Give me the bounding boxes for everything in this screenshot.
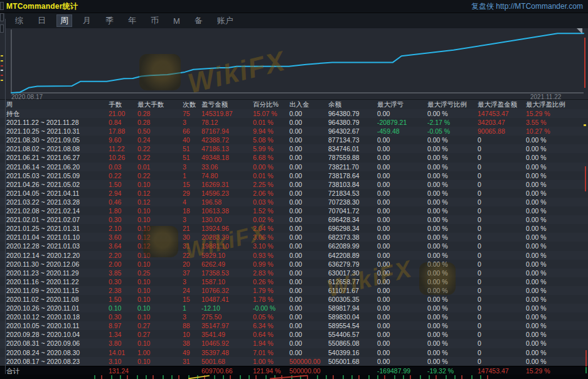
table-row[interactable]: 2020.11.02 ~ 2020.11.081.500.101510487.4… [0, 295, 588, 304]
column-header: 余额 [328, 100, 377, 109]
table-cell: 1.00 % [253, 357, 289, 366]
table-cell: 0.00 % [427, 357, 478, 366]
table-cell: 0.02 % [253, 215, 289, 224]
menu-item-年[interactable]: 年 [124, 14, 140, 27]
table-cell: 6.34 % [253, 321, 289, 330]
table-row[interactable]: 2021.03.22 ~ 2021.03.280.460.124196.580.… [0, 198, 588, 206]
table-cell: 787559.88 [328, 153, 377, 162]
table-cell: 642208.89 [328, 251, 377, 260]
table-cell: 15 [183, 180, 201, 189]
table-row[interactable]: 2021.06.14 ~ 2021.06.200.030.01333.060.0… [0, 163, 588, 171]
table-cell: 21.00 [109, 109, 137, 118]
table-row[interactable]: 2021.10.25 ~ 2021.10.3117.880.506687167.… [0, 127, 588, 136]
table-row[interactable]: 2021.06.21 ~ 2021.06.2710.260.225149348.… [0, 153, 588, 162]
table-row[interactable]: 2020.11.16 ~ 2020.11.220.300.1031587.100… [0, 277, 588, 286]
table-row[interactable]: 2020.09.28 ~ 2020.10.041.340.27103541.49… [0, 330, 588, 339]
table-row[interactable]: 2020.12.28 ~ 2021.01.033.640.123119881.1… [0, 242, 588, 250]
menu-item-账户[interactable]: 账户 [213, 14, 237, 27]
edge-artifact [0, 24, 4, 33]
table-cell: 2.06 % [253, 189, 289, 198]
menu-item-币[interactable]: 币 [147, 14, 163, 27]
table-row[interactable]: 2021.04.05 ~ 2021.04.112.940.122914596.2… [0, 189, 588, 198]
table-row[interactable]: 2020.10.05 ~ 2020.10.118.970.278835147.9… [0, 321, 588, 330]
table-cell: 0.00 % [526, 206, 588, 215]
menu-item-日[interactable]: 日 [34, 14, 50, 27]
table-row[interactable]: 2020.10.12 ~ 2020.10.180.300.103275.500.… [0, 312, 588, 321]
menu-item-周[interactable]: 周 [56, 14, 72, 27]
table-row[interactable]: 2020.11.30 ~ 2020.12.062.000.10206262.49… [0, 260, 588, 269]
table-row[interactable]: 持仓21.000.2875145319.8715.07 %0.00964380.… [0, 109, 588, 118]
table-row[interactable]: 2021.04.26 ~ 2021.05.021.500.101516269.3… [0, 180, 588, 189]
table-cell: 0.00 % [526, 295, 588, 304]
table-row[interactable]: 2021.01.04 ~ 2021.01.103.600.123020283.3… [0, 233, 588, 242]
table-cell: 0.00 [377, 295, 427, 304]
table-row[interactable]: 2021.08.02 ~ 2021.08.0811.220.225147186.… [0, 144, 588, 153]
table-row[interactable]: 2020.11.23 ~ 2020.11.293.850.253717358.5… [0, 269, 588, 277]
table-cell: 87167.94 [201, 127, 253, 136]
table-cell: -169487.99 [377, 366, 427, 375]
table-cell: 0.00 % [526, 348, 588, 357]
table-cell: 0.00 % [526, 242, 588, 250]
table-row[interactable]: 2021.08.30 ~ 2021.09.059.600.244042388.7… [0, 136, 588, 144]
table-cell: 78.12 [201, 118, 253, 127]
table-cell [183, 366, 201, 375]
table-row[interactable]: 2020.08.17 ~ 2020.08.233.100.10315001.68… [0, 357, 588, 366]
table-row[interactable]: 2021.01.25 ~ 2021.01.312.100.102113924.9… [0, 224, 588, 233]
table-cell: 738178.64 [328, 171, 377, 180]
menu-item-备[interactable]: 备 [191, 14, 206, 27]
column-header: 手数 [109, 100, 137, 109]
period-cell: 2021.03.22 ~ 2021.03.28 [6, 198, 109, 206]
table-cell: 0.10 [137, 286, 183, 295]
table-cell: 3.06 % [253, 233, 289, 242]
table-cell: 11.22 [109, 144, 137, 153]
table-cell: 0.30 [109, 312, 137, 321]
table-cell: 1.80 [109, 206, 137, 215]
menu-item-综[interactable]: 综 [11, 14, 27, 27]
table-cell: 3 [183, 215, 201, 224]
table-cell: 0.00 [289, 215, 328, 224]
table-row[interactable]: 2020.10.26 ~ 2020.11.010.100.101-12.10-0… [0, 304, 588, 312]
period-cell: 2020.10.26 ~ 2020.11.01 [6, 304, 109, 312]
table-cell: 0.00 % [427, 163, 478, 171]
menu-item-月[interactable]: 月 [79, 14, 95, 27]
table-cell: 2.38 [109, 286, 137, 295]
table-cell: 66 [183, 127, 201, 136]
table-cell: 0.30 [109, 215, 137, 224]
table-cell: 10.27 % [526, 127, 588, 136]
table-cell: 20 [183, 260, 201, 269]
table-cell: 0.00 % [427, 189, 478, 198]
table-cell: -2.17 % [427, 118, 478, 127]
menu-item-季[interactable]: 季 [102, 14, 117, 27]
table-row[interactable]: 2021.11.22 ~ 2021.11.280.840.28378.120.0… [0, 118, 588, 127]
brand-link[interactable]: 复盘侠 http://MTCommander.com [471, 1, 583, 12]
table-row[interactable]: 2021.02.08 ~ 2021.02.141.800.101810613.3… [0, 206, 588, 215]
table-cell: 0.00 % [427, 295, 478, 304]
table-cell: 0.00 % [427, 251, 478, 260]
total-row[interactable]: 合计131.24609700.66121.94 %500000.00-16948… [0, 366, 588, 375]
table-row[interactable]: 2020.08.24 ~ 2020.08.3014.011.004935397.… [0, 348, 588, 357]
equity-line-series [11, 33, 584, 93]
column-header: 出入金 [289, 100, 328, 109]
table-cell: 0.27 [137, 321, 183, 330]
table-cell: 0.27 [137, 330, 183, 339]
table-cell: 0.10 [137, 215, 183, 224]
table-row[interactable]: 2020.08.31 ~ 2020.09.063.800.103810465.9… [0, 339, 588, 348]
column-header: 最大浮亏 [377, 100, 427, 109]
table-cell: 121.94 % [253, 366, 289, 375]
table-row[interactable]: 2021.05.03 ~ 2021.05.090.220.22174.800.0… [0, 171, 588, 180]
table-cell: 0.00 [289, 251, 328, 260]
table-cell: 0.64 % [253, 330, 289, 339]
table-cell: 0 [478, 206, 526, 215]
table-cell: 0.00 % [427, 348, 478, 357]
table-row[interactable]: 2020.11.09 ~ 2020.11.152.380.102410766.3… [0, 286, 588, 295]
table-row[interactable]: 2021.02.01 ~ 2021.02.070.300.103130.000.… [0, 215, 588, 224]
menu-item-M[interactable]: M [169, 16, 184, 26]
table-cell: 49348.18 [201, 153, 253, 162]
table-cell: 0.00 [289, 163, 328, 171]
table-cell: 0 [478, 295, 526, 304]
table-cell: 0.00 [377, 233, 427, 242]
table-row[interactable]: 2020.12.14 ~ 2020.12.202.200.10225929.10… [0, 251, 588, 260]
table-cell: 49 [183, 348, 201, 357]
table-cell: 3.85 [109, 269, 137, 277]
table-cell: 47186.13 [201, 144, 253, 153]
